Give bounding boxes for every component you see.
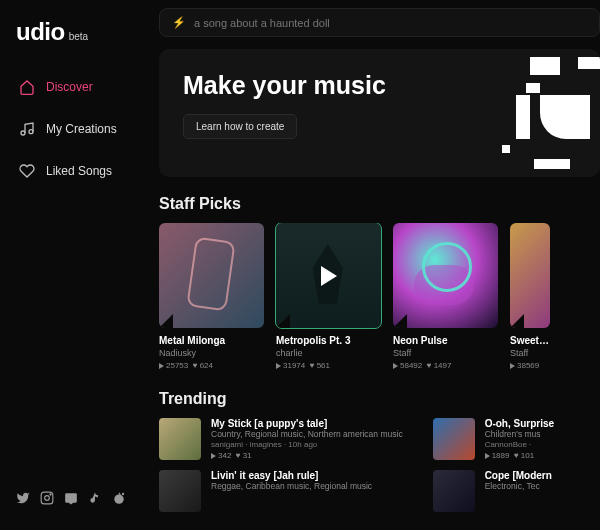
instagram-icon[interactable] [40,491,54,508]
svg-point-4 [50,494,51,495]
track-title: Cope [Modern [485,470,600,481]
track-title: Neon Pulse [393,335,498,346]
track-stats: 342 ♥ 31 [211,451,403,460]
trending-item[interactable]: O-oh, Surprise Children's mus CannonBoe … [433,418,600,460]
play-icon[interactable] [321,266,337,286]
track-thumbnail [159,470,201,512]
track-thumbnail [433,418,475,460]
heart-icon [18,162,36,180]
svg-point-3 [45,496,50,501]
track-artist: Staff [510,348,550,358]
logo-wordmark: udio [16,18,65,46]
trending-item[interactable]: Cope [Modern Electronic, Tec [433,470,600,512]
trending-item[interactable]: Livin' it easy [Jah rule] Reggae, Caribb… [159,470,403,512]
track-thumbnail [433,470,475,512]
search-bar[interactable]: ⚡ [159,8,600,37]
sidebar: udio beta Discover My Creations Liked So… [0,0,145,530]
track-title: O-oh, Surprise [485,418,600,429]
track-stats: 25753 ♥ 624 [159,361,264,370]
track-artist: Staff [393,348,498,358]
trending-title: Trending [159,390,600,408]
home-icon [18,78,36,96]
music-note-icon [18,120,36,138]
track-title: Metropolis Pt. 3 [276,335,381,346]
track-title: Livin' it easy [Jah rule] [211,470,403,481]
logo[interactable]: udio beta [12,18,133,46]
nav-label: Liked Songs [46,164,112,178]
nav-item-my-creations[interactable]: My Creations [12,112,133,146]
track-artist: Nadiusky [159,348,264,358]
bolt-icon: ⚡ [172,16,186,29]
track-artist: charlie [276,348,381,358]
track-card[interactable]: Neon Pulse Staff 58492 ♥ 1497 [393,223,498,370]
main-content: ⚡ Make your music Learn how to create St… [145,0,600,530]
track-card[interactable]: Metal Milonga Nadiusky 25753 ♥ 624 [159,223,264,370]
svg-point-0 [21,131,25,135]
track-title: Sweetest Cra [510,335,550,346]
track-stats: 58492 ♥ 1497 [393,361,498,370]
trending-item[interactable]: My Stick [a puppy's tale] Country, Regio… [159,418,403,460]
tiktok-icon[interactable] [88,491,102,508]
svg-point-5 [114,495,123,504]
reddit-icon[interactable] [112,491,126,508]
discord-icon[interactable] [64,491,78,508]
hero-art [440,49,600,177]
track-genre: Electronic, Tec [485,481,600,491]
svg-point-1 [29,130,33,134]
track-title: Metal Milonga [159,335,264,346]
track-stats: 1889 ♥ 101 [485,451,600,460]
track-thumbnail [159,418,201,460]
trending-list: My Stick [a puppy's tale] Country, Regio… [159,418,600,522]
svg-point-6 [122,493,124,495]
nav-item-discover[interactable]: Discover [12,70,133,104]
staff-picks-row: Metal Milonga Nadiusky 25753 ♥ 624 Metro… [159,223,600,370]
track-genre: Country, Regional music, Northern americ… [211,429,403,439]
track-stats: 31974 ♥ 561 [276,361,381,370]
nav-item-liked-songs[interactable]: Liked Songs [12,154,133,188]
hero-banner: Make your music Learn how to create [159,49,600,177]
track-card[interactable]: Metropolis Pt. 3 charlie 31974 ♥ 561 [276,223,381,370]
track-card[interactable]: Sweetest Cra Staff 38569 [510,223,550,370]
track-meta: CannonBoe · [485,440,600,449]
track-meta: sanigami · imagines · 10h ago [211,440,403,449]
track-genre: Children's mus [485,429,600,439]
logo-beta-tag: beta [69,31,88,42]
track-stats: 38569 [510,361,550,370]
staff-picks-title: Staff Picks [159,195,600,213]
search-input[interactable] [194,17,587,29]
nav-label: My Creations [46,122,117,136]
learn-button[interactable]: Learn how to create [183,114,297,139]
track-title: My Stick [a puppy's tale] [211,418,403,429]
social-links [12,487,133,512]
twitter-icon[interactable] [16,491,30,508]
nav-label: Discover [46,80,93,94]
track-genre: Reggae, Caribbean music, Regional music [211,481,403,491]
